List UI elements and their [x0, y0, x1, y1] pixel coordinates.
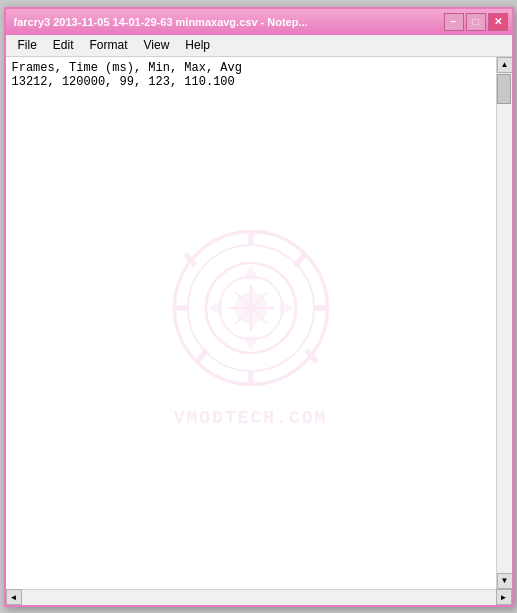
svg-line-15 [234, 291, 266, 323]
scroll-left-button[interactable]: ◄ [6, 589, 22, 605]
text-content: Frames, Time (ms), Min, Max, Avg 13212, … [12, 61, 490, 89]
svg-point-1 [188, 245, 314, 371]
menu-bar: File Edit Format View Help [6, 35, 512, 57]
watermark: VMODTECH.COM [161, 218, 341, 428]
svg-line-6 [185, 254, 195, 266]
scroll-up-button[interactable]: ▲ [497, 57, 512, 73]
svg-marker-17 [243, 264, 257, 278]
menu-help[interactable]: Help [177, 36, 218, 54]
maximize-button[interactable]: □ [466, 13, 486, 31]
svg-line-16 [234, 291, 266, 323]
text-line-1: Frames, Time (ms), Min, Max, Avg [12, 61, 490, 75]
close-button[interactable]: ✕ [488, 13, 508, 31]
svg-marker-19 [207, 300, 221, 314]
horizontal-scrollbar[interactable]: ◄ ► [6, 589, 512, 605]
menu-format[interactable]: Format [82, 36, 136, 54]
menu-file[interactable]: File [10, 36, 45, 54]
scroll-thumb[interactable] [497, 74, 511, 104]
minimize-button[interactable]: − [444, 13, 464, 31]
menu-edit[interactable]: Edit [45, 36, 82, 54]
svg-marker-18 [243, 336, 257, 350]
vertical-scrollbar[interactable]: ▲ ▼ [496, 57, 512, 589]
watermark-text: VMODTECH.COM [174, 408, 328, 428]
menu-view[interactable]: View [136, 36, 178, 54]
scroll-track[interactable] [497, 73, 512, 573]
svg-line-8 [295, 254, 305, 266]
window-title: farcry3 2013-11-05 14-01-29-63 minmaxavg… [14, 16, 444, 28]
content-area: Frames, Time (ms), Min, Max, Avg 13212, … [6, 57, 512, 589]
svg-point-11 [219, 276, 282, 339]
svg-point-10 [206, 263, 296, 353]
scroll-down-button[interactable]: ▼ [497, 573, 512, 589]
scroll-right-button[interactable]: ► [496, 589, 512, 605]
text-line-2: 13212, 120000, 99, 123, 110.100 [12, 75, 490, 89]
title-bar: farcry3 2013-11-05 14-01-29-63 minmaxavg… [6, 9, 512, 35]
notepad-window: farcry3 2013-11-05 14-01-29-63 minmaxavg… [4, 7, 514, 607]
text-editor[interactable]: Frames, Time (ms), Min, Max, Avg 13212, … [6, 57, 496, 589]
svg-marker-20 [279, 300, 293, 314]
svg-line-9 [197, 350, 207, 362]
svg-point-12 [234, 291, 266, 323]
svg-point-0 [174, 231, 327, 384]
svg-line-7 [306, 350, 316, 362]
title-bar-controls: − □ ✕ [444, 13, 508, 31]
watermark-logo [161, 218, 341, 402]
